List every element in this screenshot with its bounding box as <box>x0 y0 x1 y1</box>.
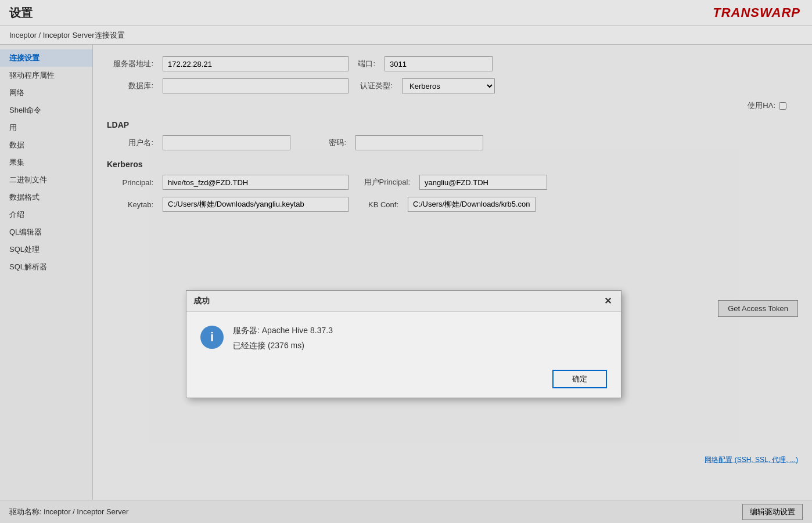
modal-overlay: 成功 ✕ i 服务器: Apache Hive 8.37.3 已经连接 (237… <box>0 0 812 523</box>
modal-dialog: 成功 ✕ i 服务器: Apache Hive 8.37.3 已经连接 (237… <box>186 290 621 398</box>
modal-message-area: 服务器: Apache Hive 8.37.3 已经连接 (2376 ms) <box>233 326 607 351</box>
modal-ok-button[interactable]: 确定 <box>552 370 607 388</box>
info-icon: i <box>200 326 224 349</box>
modal-close-button[interactable]: ✕ <box>602 295 614 306</box>
modal-icon: i <box>200 326 224 349</box>
modal-server-line: 服务器: Apache Hive 8.37.3 <box>233 326 607 336</box>
modal-connected-line: 已经连接 (2376 ms) <box>233 341 607 351</box>
modal-titlebar: 成功 ✕ <box>186 291 621 312</box>
modal-title: 成功 <box>193 296 210 306</box>
modal-footer: 确定 <box>186 360 621 398</box>
modal-body: i 服务器: Apache Hive 8.37.3 已经连接 (2376 ms) <box>186 312 621 360</box>
